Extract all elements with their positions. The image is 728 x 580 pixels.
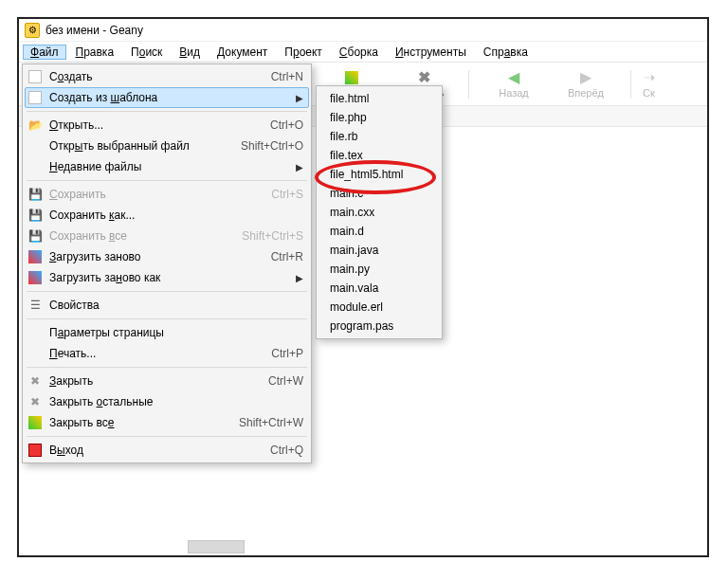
close-all-icon (27, 415, 44, 430)
geany-app-icon: ⚙ (25, 23, 40, 38)
menu-item-label: Загрузить заново (49, 250, 260, 263)
menu-item-label: Сохранить все (49, 229, 230, 243)
menu-item-label: Параметры страницы (49, 326, 303, 339)
menu-item-label: Создать (49, 70, 260, 83)
menu-shortcut: Ctrl+N (271, 70, 303, 83)
menu-item-label: Открыть выбранный файл (49, 139, 229, 153)
menu-правка[interactable]: Правка (68, 45, 122, 60)
blank-icon (27, 325, 44, 340)
menubar: ФайлПравкаПоискВидДокументПроектСборкаИн… (19, 42, 707, 63)
menu-shortcut: Ctrl+R (271, 250, 303, 263)
forward-button[interactable]: ▶ Вперёд (553, 64, 619, 104)
menu-item-открыть[interactable]: 📂Открыть...Ctrl+O (25, 115, 309, 136)
jump-icon: ➝ (643, 70, 655, 85)
menu-инструменты[interactable]: Инструменты (388, 45, 474, 60)
menu-item-сохранить-как[interactable]: 💾Сохранить как... (25, 205, 309, 226)
menu-separator (27, 111, 307, 112)
template-item-file_html5-html[interactable]: file_html5.html (318, 165, 440, 184)
arrow-left-icon: ◀ (508, 70, 519, 85)
close-icon: ✖ (418, 70, 430, 85)
template-item-module-erl[interactable]: module.erl (318, 298, 440, 317)
geany-window: ⚙ без имени - Geany ФайлПравкаПоискВидДо… (17, 17, 709, 557)
template-item-main-vala[interactable]: main.vala (318, 279, 440, 298)
file-menu-dropdown: СоздатьCtrl+NСоздать из шаблона▶📂Открыть… (22, 63, 312, 463)
menu-item-label: Сохранить (49, 188, 260, 201)
menu-проект[interactable]: Проект (277, 45, 330, 60)
toolbar-separator (468, 70, 469, 99)
jump-button-cut[interactable]: ➝ Ск (643, 64, 671, 104)
menu-справка[interactable]: Справка (476, 45, 536, 60)
new-file-icon (27, 69, 44, 84)
blank-icon (27, 159, 44, 174)
arrow-right-icon: ▶ (580, 70, 592, 85)
horizontal-scrollbar-thumb[interactable] (188, 540, 245, 553)
unknown-icon (345, 71, 358, 84)
save-icon: 💾 (27, 228, 44, 244)
menu-поиск[interactable]: Поиск (123, 45, 170, 60)
save-icon: 💾 (27, 208, 44, 223)
menu-item-label: Печать... (49, 347, 260, 360)
menu-item-закрыть-все[interactable]: Закрыть всеShift+Ctrl+W (25, 412, 309, 433)
template-item-file-php[interactable]: file.php (318, 108, 440, 127)
menu-item-открыть-выбранный-файл[interactable]: Открыть выбранный файлShift+Ctrl+O (25, 136, 309, 156)
menu-item-label: Создать из шаблона (49, 91, 288, 104)
template-item-program-pas[interactable]: program.pas (318, 317, 440, 335)
template-item-file-tex[interactable]: file.tex (318, 146, 440, 165)
menu-shortcut: Shift+Ctrl+W (239, 416, 303, 429)
menu-документ[interactable]: Документ (209, 45, 275, 60)
template-item-main-c[interactable]: main.c (318, 184, 440, 203)
template-item-main-py[interactable]: main.py (318, 260, 440, 279)
menu-item-label: Недавние файлы (49, 160, 288, 173)
create-from-template-submenu: file.htmlfile.phpfile.rbfile.texfile_htm… (316, 85, 443, 339)
toolbar-separator (630, 70, 631, 99)
template-item-main-cxx[interactable]: main.cxx (318, 203, 440, 222)
blank-icon (27, 346, 44, 361)
menu-item-закрыть-остальные[interactable]: ✖Закрыть остальные (25, 391, 309, 412)
template-item-file-html[interactable]: file.html (318, 89, 440, 108)
menu-item-label: Закрыть все (49, 416, 228, 429)
menu-item-label: Свойства (49, 299, 303, 312)
menu-item-создать[interactable]: СоздатьCtrl+N (25, 66, 309, 87)
template-item-file-rb[interactable]: file.rb (318, 127, 440, 146)
properties-icon: ☰ (27, 298, 44, 313)
menu-separator (27, 318, 307, 319)
menu-item-label: Закрыть остальные (49, 395, 303, 408)
template-item-main-java[interactable]: main.java (318, 241, 440, 260)
menu-shortcut: Shift+Ctrl+O (241, 139, 303, 153)
menu-item-недавние-файлы[interactable]: Недавние файлы▶ (25, 156, 309, 177)
back-button[interactable]: ◀ Назад (481, 64, 547, 104)
menu-item-сохранить-все: 💾Сохранить всеShift+Ctrl+S (25, 226, 309, 246)
menu-вид[interactable]: Вид (172, 45, 208, 60)
menu-item-закрыть[interactable]: ✖ЗакрытьCtrl+W (25, 371, 309, 391)
menu-item-печать[interactable]: Печать...Ctrl+P (25, 343, 309, 364)
menu-сборка[interactable]: Сборка (332, 45, 386, 60)
menu-item-выход[interactable]: ВыходCtrl+Q (25, 440, 309, 461)
menu-shortcut: Ctrl+O (270, 118, 303, 132)
titlebar: ⚙ без имени - Geany (19, 19, 707, 42)
menu-item-сохранить: 💾СохранитьCtrl+S (25, 184, 309, 205)
menu-файл[interactable]: Файл (23, 45, 66, 60)
menu-item-загрузить-заново-как[interactable]: Загрузить заново как▶ (25, 267, 309, 288)
save-icon: 💾 (27, 187, 44, 202)
template-item-main-d[interactable]: main.d (318, 222, 440, 241)
submenu-arrow-icon: ▶ (296, 93, 303, 103)
menu-shortcut: Ctrl+S (271, 188, 303, 201)
menu-item-label: Загрузить заново как (49, 271, 288, 284)
menu-item-label: Закрыть (49, 374, 257, 388)
menu-item-label: Открыть... (49, 118, 259, 132)
menu-separator (27, 180, 307, 181)
exit-icon (27, 443, 44, 458)
new-file-icon (27, 90, 44, 105)
menu-separator (27, 291, 307, 292)
menu-shortcut: Shift+Ctrl+S (242, 229, 303, 243)
submenu-arrow-icon: ▶ (296, 162, 303, 172)
blank-icon (27, 138, 44, 154)
menu-item-параметры-страницы[interactable]: Параметры страницы (25, 322, 309, 343)
menu-separator (27, 367, 307, 368)
menu-item-создать-из-шаблона[interactable]: Создать из шаблона▶ (25, 87, 309, 108)
close-icon: ✖ (27, 373, 44, 389)
menu-item-загрузить-заново[interactable]: Загрузить зановоCtrl+R (25, 246, 309, 267)
menu-item-свойства[interactable]: ☰Свойства (25, 295, 309, 316)
menu-separator (27, 436, 307, 437)
menu-item-label: Сохранить как... (49, 208, 303, 222)
